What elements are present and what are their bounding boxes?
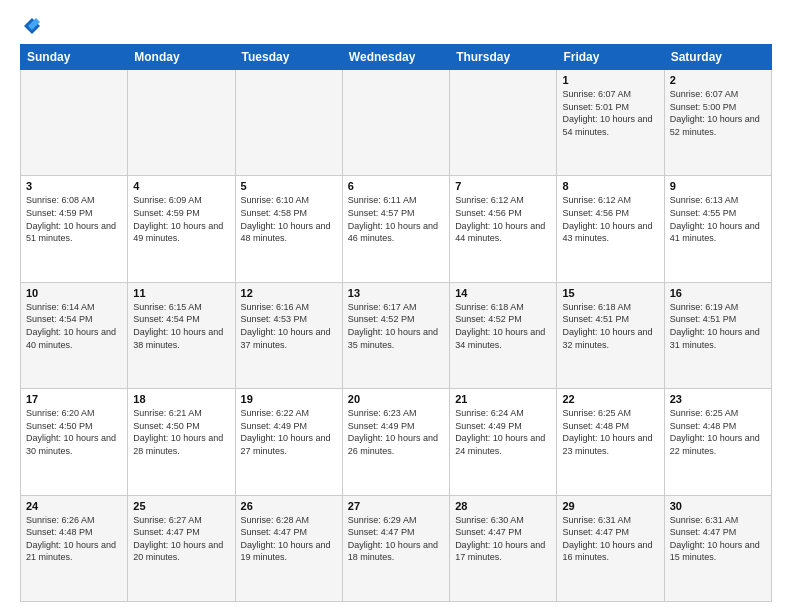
day-info: Sunrise: 6:30 AMSunset: 4:47 PMDaylight:… — [455, 514, 551, 564]
calendar-cell: 7Sunrise: 6:12 AMSunset: 4:56 PMDaylight… — [450, 176, 557, 282]
day-number: 24 — [26, 500, 122, 512]
calendar-cell: 18Sunrise: 6:21 AMSunset: 4:50 PMDayligh… — [128, 389, 235, 495]
header — [20, 16, 772, 36]
calendar-cell: 10Sunrise: 6:14 AMSunset: 4:54 PMDayligh… — [21, 282, 128, 388]
calendar-cell: 11Sunrise: 6:15 AMSunset: 4:54 PMDayligh… — [128, 282, 235, 388]
day-number: 27 — [348, 500, 444, 512]
calendar-cell: 5Sunrise: 6:10 AMSunset: 4:58 PMDaylight… — [235, 176, 342, 282]
day-of-week-header: Thursday — [450, 45, 557, 70]
day-info: Sunrise: 6:27 AMSunset: 4:47 PMDaylight:… — [133, 514, 229, 564]
day-info: Sunrise: 6:12 AMSunset: 4:56 PMDaylight:… — [455, 194, 551, 244]
day-info: Sunrise: 6:29 AMSunset: 4:47 PMDaylight:… — [348, 514, 444, 564]
day-info: Sunrise: 6:18 AMSunset: 4:52 PMDaylight:… — [455, 301, 551, 351]
calendar-cell: 14Sunrise: 6:18 AMSunset: 4:52 PMDayligh… — [450, 282, 557, 388]
calendar-cell: 9Sunrise: 6:13 AMSunset: 4:55 PMDaylight… — [664, 176, 771, 282]
calendar-cell: 28Sunrise: 6:30 AMSunset: 4:47 PMDayligh… — [450, 495, 557, 601]
day-info: Sunrise: 6:08 AMSunset: 4:59 PMDaylight:… — [26, 194, 122, 244]
day-of-week-header: Saturday — [664, 45, 771, 70]
day-number: 15 — [562, 287, 658, 299]
day-number: 13 — [348, 287, 444, 299]
calendar-cell: 6Sunrise: 6:11 AMSunset: 4:57 PMDaylight… — [342, 176, 449, 282]
calendar-cell: 29Sunrise: 6:31 AMSunset: 4:47 PMDayligh… — [557, 495, 664, 601]
day-info: Sunrise: 6:25 AMSunset: 4:48 PMDaylight:… — [562, 407, 658, 457]
calendar-cell: 22Sunrise: 6:25 AMSunset: 4:48 PMDayligh… — [557, 389, 664, 495]
day-info: Sunrise: 6:07 AMSunset: 5:00 PMDaylight:… — [670, 88, 766, 138]
day-of-week-header: Sunday — [21, 45, 128, 70]
day-number: 21 — [455, 393, 551, 405]
day-number: 4 — [133, 180, 229, 192]
calendar-cell — [128, 70, 235, 176]
calendar-cell: 4Sunrise: 6:09 AMSunset: 4:59 PMDaylight… — [128, 176, 235, 282]
calendar-cell: 19Sunrise: 6:22 AMSunset: 4:49 PMDayligh… — [235, 389, 342, 495]
day-info: Sunrise: 6:16 AMSunset: 4:53 PMDaylight:… — [241, 301, 337, 351]
day-info: Sunrise: 6:25 AMSunset: 4:48 PMDaylight:… — [670, 407, 766, 457]
logo — [20, 16, 42, 36]
day-number: 29 — [562, 500, 658, 512]
day-of-week-header: Wednesday — [342, 45, 449, 70]
day-info: Sunrise: 6:22 AMSunset: 4:49 PMDaylight:… — [241, 407, 337, 457]
day-number: 10 — [26, 287, 122, 299]
day-info: Sunrise: 6:20 AMSunset: 4:50 PMDaylight:… — [26, 407, 122, 457]
calendar-cell: 24Sunrise: 6:26 AMSunset: 4:48 PMDayligh… — [21, 495, 128, 601]
day-info: Sunrise: 6:10 AMSunset: 4:58 PMDaylight:… — [241, 194, 337, 244]
day-info: Sunrise: 6:12 AMSunset: 4:56 PMDaylight:… — [562, 194, 658, 244]
day-number: 6 — [348, 180, 444, 192]
day-number: 2 — [670, 74, 766, 86]
day-info: Sunrise: 6:31 AMSunset: 4:47 PMDaylight:… — [562, 514, 658, 564]
day-number: 11 — [133, 287, 229, 299]
calendar-cell: 1Sunrise: 6:07 AMSunset: 5:01 PMDaylight… — [557, 70, 664, 176]
calendar-cell: 15Sunrise: 6:18 AMSunset: 4:51 PMDayligh… — [557, 282, 664, 388]
calendar-cell: 8Sunrise: 6:12 AMSunset: 4:56 PMDaylight… — [557, 176, 664, 282]
calendar-cell: 2Sunrise: 6:07 AMSunset: 5:00 PMDaylight… — [664, 70, 771, 176]
day-info: Sunrise: 6:26 AMSunset: 4:48 PMDaylight:… — [26, 514, 122, 564]
calendar-cell: 3Sunrise: 6:08 AMSunset: 4:59 PMDaylight… — [21, 176, 128, 282]
day-number: 12 — [241, 287, 337, 299]
calendar-cell — [235, 70, 342, 176]
day-of-week-header: Tuesday — [235, 45, 342, 70]
day-number: 23 — [670, 393, 766, 405]
day-number: 17 — [26, 393, 122, 405]
day-info: Sunrise: 6:14 AMSunset: 4:54 PMDaylight:… — [26, 301, 122, 351]
calendar-cell: 25Sunrise: 6:27 AMSunset: 4:47 PMDayligh… — [128, 495, 235, 601]
calendar-cell: 16Sunrise: 6:19 AMSunset: 4:51 PMDayligh… — [664, 282, 771, 388]
calendar-cell — [21, 70, 128, 176]
day-number: 22 — [562, 393, 658, 405]
calendar-cell: 30Sunrise: 6:31 AMSunset: 4:47 PMDayligh… — [664, 495, 771, 601]
calendar-cell: 12Sunrise: 6:16 AMSunset: 4:53 PMDayligh… — [235, 282, 342, 388]
day-number: 20 — [348, 393, 444, 405]
day-number: 30 — [670, 500, 766, 512]
day-info: Sunrise: 6:21 AMSunset: 4:50 PMDaylight:… — [133, 407, 229, 457]
logo-icon — [22, 16, 42, 36]
day-number: 26 — [241, 500, 337, 512]
calendar-cell — [450, 70, 557, 176]
calendar: SundayMondayTuesdayWednesdayThursdayFrid… — [20, 44, 772, 602]
day-number: 7 — [455, 180, 551, 192]
day-info: Sunrise: 6:09 AMSunset: 4:59 PMDaylight:… — [133, 194, 229, 244]
day-of-week-header: Friday — [557, 45, 664, 70]
day-number: 3 — [26, 180, 122, 192]
day-of-week-header: Monday — [128, 45, 235, 70]
day-info: Sunrise: 6:15 AMSunset: 4:54 PMDaylight:… — [133, 301, 229, 351]
page: SundayMondayTuesdayWednesdayThursdayFrid… — [0, 0, 792, 612]
day-info: Sunrise: 6:13 AMSunset: 4:55 PMDaylight:… — [670, 194, 766, 244]
calendar-cell: 23Sunrise: 6:25 AMSunset: 4:48 PMDayligh… — [664, 389, 771, 495]
day-number: 28 — [455, 500, 551, 512]
day-info: Sunrise: 6:18 AMSunset: 4:51 PMDaylight:… — [562, 301, 658, 351]
day-number: 18 — [133, 393, 229, 405]
calendar-table: SundayMondayTuesdayWednesdayThursdayFrid… — [20, 44, 772, 602]
day-info: Sunrise: 6:17 AMSunset: 4:52 PMDaylight:… — [348, 301, 444, 351]
day-info: Sunrise: 6:31 AMSunset: 4:47 PMDaylight:… — [670, 514, 766, 564]
day-number: 5 — [241, 180, 337, 192]
calendar-cell — [342, 70, 449, 176]
day-info: Sunrise: 6:28 AMSunset: 4:47 PMDaylight:… — [241, 514, 337, 564]
day-number: 1 — [562, 74, 658, 86]
day-number: 25 — [133, 500, 229, 512]
day-number: 16 — [670, 287, 766, 299]
calendar-cell: 21Sunrise: 6:24 AMSunset: 4:49 PMDayligh… — [450, 389, 557, 495]
day-info: Sunrise: 6:24 AMSunset: 4:49 PMDaylight:… — [455, 407, 551, 457]
calendar-cell: 17Sunrise: 6:20 AMSunset: 4:50 PMDayligh… — [21, 389, 128, 495]
calendar-cell: 27Sunrise: 6:29 AMSunset: 4:47 PMDayligh… — [342, 495, 449, 601]
day-info: Sunrise: 6:19 AMSunset: 4:51 PMDaylight:… — [670, 301, 766, 351]
day-number: 14 — [455, 287, 551, 299]
calendar-cell: 20Sunrise: 6:23 AMSunset: 4:49 PMDayligh… — [342, 389, 449, 495]
